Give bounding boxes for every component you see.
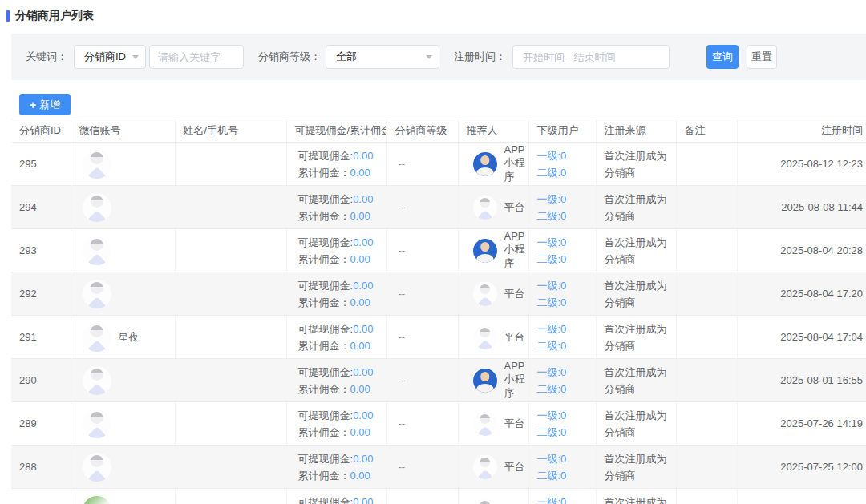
table-row: 294 可提现佣金:0.00 累计佣金：0.00 -- 平台 一级:0 二级:0… (11, 186, 866, 229)
register-time-label: 注册时间： (454, 50, 506, 64)
name-phone (175, 489, 286, 504)
table-row: 289 可提现佣金:0.00 累计佣金：0.00 -- 平台 一级:0 二级:0… (11, 402, 866, 446)
search-button[interactable]: 查询 (706, 45, 739, 69)
subordinate-level1-link[interactable]: 一级:0 (537, 150, 567, 162)
table-row: 292 可提现佣金:0.00 累计佣金：0.00 -- 平台 一级:0 二级:0… (11, 272, 866, 316)
filter-bar: 关键词： 分销商ID 分销商等级： 全部 注册时间： 查询 重置 (11, 34, 866, 80)
remark (676, 446, 737, 489)
page-title: 分销商用户列表 (0, 0, 866, 23)
referrer-name: APP小程序 (504, 230, 528, 271)
table-row: 288 可提现佣金:0.00 累计佣金：0.00 -- 平台 一级:0 二级:0… (11, 446, 866, 489)
register-time: 2025-08-08 11:44 (737, 186, 866, 229)
remark (676, 186, 737, 229)
keyword-type-select[interactable]: 分销商ID (74, 45, 146, 69)
subordinate-level2-link[interactable]: 二级:0 (537, 296, 567, 308)
subordinate-level2-link[interactable]: 二级:0 (537, 426, 567, 438)
withdrawable-commission: 可提现佣金:0.00 (298, 234, 386, 251)
subordinate-level2-link[interactable]: 二级:0 (537, 210, 567, 222)
register-source: 首次注册成为分销商 (596, 402, 676, 446)
referrer-avatar (473, 325, 497, 349)
register-time (737, 489, 866, 504)
table-row: 亚浩冷库 可提现佣金:0.00 累计佣金：0.00 -- 平台 一级:0 二级:… (11, 489, 866, 504)
wechat-avatar (83, 150, 111, 179)
wechat-avatar (83, 193, 111, 222)
title-accent-bar (6, 10, 10, 22)
register-source: 首次注册成为分销商 (596, 446, 676, 489)
withdrawable-commission: 可提现佣金:0.00 (298, 407, 386, 424)
name-phone (175, 186, 286, 229)
register-source: 首次注册成为分销商 (596, 272, 676, 316)
reset-button[interactable]: 重置 (747, 45, 777, 69)
distributor-id: 295 (11, 143, 71, 186)
add-button[interactable]: + 新增 (19, 94, 71, 115)
wechat-avatar (83, 453, 111, 482)
referrer-avatar (473, 282, 497, 306)
referrer-name: 平台 (504, 200, 525, 215)
table-row: 290 可提现佣金:0.00 累计佣金：0.00 -- APP小程序 一级:0 … (11, 359, 866, 402)
remark (676, 316, 737, 359)
referrer-avatar (473, 196, 497, 220)
register-time-range-input[interactable] (523, 51, 659, 63)
register-time: 2025-08-12 12:23 (737, 143, 866, 186)
register-time-range-wrap (512, 45, 670, 69)
col-register-source: 注册来源 (596, 119, 676, 143)
distributor-table: 分销商ID 微信账号 姓名/手机号 可提现佣金/累计佣金 分销商等级 推荐人 下… (11, 119, 866, 504)
register-source: 首次注册成为分销商 (596, 316, 676, 359)
subordinate-level1-link[interactable]: 一级:0 (537, 236, 567, 248)
subordinate-level1-link[interactable]: 一级:0 (537, 280, 567, 292)
distributor-level: -- (386, 359, 458, 402)
distributor-level: -- (386, 316, 458, 359)
distributor-level: -- (386, 402, 458, 446)
wechat-nickname: 星夜 (119, 330, 140, 345)
register-time: 2025-08-04 20:28 (737, 229, 866, 272)
referrer-name: 平台 (504, 330, 525, 345)
chevron-down-icon (426, 55, 432, 62)
referrer-avatar (473, 498, 497, 504)
subordinate-level1-link[interactable]: 一级:0 (537, 409, 567, 421)
subordinate-level2-link[interactable]: 二级:0 (537, 253, 567, 265)
col-register-time: 注册时间 (737, 119, 866, 143)
total-commission: 累计佣金：0.00 (298, 164, 386, 181)
keyword-input[interactable] (158, 51, 235, 63)
keyword-type-value: 分销商ID (84, 50, 126, 64)
name-phone (175, 272, 286, 316)
level-value: 全部 (336, 50, 357, 64)
register-source: 首次注册成为分销商 (596, 143, 676, 186)
register-time: 2025-08-04 17:04 (737, 316, 866, 359)
subordinate-level1-link[interactable]: 一级:0 (537, 193, 567, 205)
remark (676, 489, 737, 504)
withdrawable-commission: 可提现佣金:0.00 (298, 147, 386, 164)
distributor-id: 293 (11, 229, 71, 272)
col-name-phone: 姓名/手机号 (175, 119, 286, 143)
col-subordinates: 下级用户 (528, 119, 596, 143)
level-select[interactable]: 全部 (326, 45, 439, 69)
referrer-avatar (473, 152, 497, 176)
col-wechat-account: 微信账号 (71, 119, 175, 143)
distributor-level: -- (386, 446, 458, 489)
referrer-name: 平台 (504, 287, 525, 301)
subordinate-level2-link[interactable]: 二级:0 (537, 383, 567, 395)
subordinate-level2-link[interactable]: 二级:0 (537, 167, 567, 179)
table-header: 分销商ID 微信账号 姓名/手机号 可提现佣金/累计佣金 分销商等级 推荐人 下… (11, 119, 866, 143)
page-title-text: 分销商用户列表 (15, 9, 94, 23)
distributor-level: -- (386, 186, 458, 229)
remark (676, 229, 737, 272)
keyword-input-wrap (149, 45, 244, 69)
subordinate-level2-link[interactable]: 二级:0 (537, 470, 567, 482)
subordinate-level1-link[interactable]: 一级:0 (537, 323, 567, 335)
subordinate-level2-link[interactable]: 二级:0 (537, 340, 567, 352)
subordinate-level1-link[interactable]: 一级:0 (537, 453, 567, 465)
total-commission: 累计佣金：0.00 (298, 467, 386, 484)
name-phone (175, 316, 286, 359)
subordinate-level1-link[interactable]: 一级:0 (537, 496, 567, 504)
level-label: 分销商等级： (258, 50, 321, 64)
col-remark: 备注 (676, 119, 737, 143)
remark (676, 143, 737, 186)
withdrawable-commission: 可提现佣金:0.00 (298, 450, 386, 467)
chevron-down-icon (132, 55, 139, 62)
table-row: 293 可提现佣金:0.00 累计佣金：0.00 -- APP小程序 一级:0 … (11, 229, 866, 272)
referrer-name: 平台 (504, 417, 525, 431)
subordinate-level1-link[interactable]: 一级:0 (537, 366, 567, 378)
total-commission: 累计佣金：0.00 (298, 424, 386, 441)
remark (676, 272, 737, 316)
